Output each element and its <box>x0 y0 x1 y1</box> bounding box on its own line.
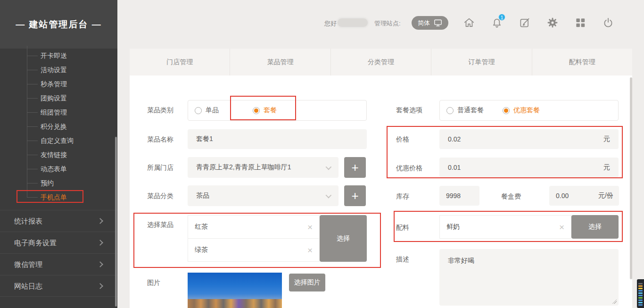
ingredient-label: 配料 <box>396 224 409 232</box>
box-fee-input[interactable]: 0.00 元/份 <box>549 186 619 206</box>
sidebar-item-activity-settings[interactable]: 活动设置 <box>0 63 117 77</box>
add-classify-button[interactable]: + <box>344 185 366 206</box>
tab-category-management[interactable]: 分类管理 <box>331 49 431 75</box>
close-icon[interactable]: × <box>307 246 313 255</box>
radio-icon[interactable] <box>503 107 510 114</box>
main-panel: 门店管理 菜品管理 分类管理 订单管理 配料管理 菜品类别 单品 套餐 菜品名称… <box>130 49 632 308</box>
chevron-down-icon <box>326 164 332 170</box>
photo-cityscape <box>188 299 282 308</box>
price-value: 0.02 <box>448 135 461 143</box>
grid-apps-icon[interactable] <box>574 17 586 29</box>
selected-dish-row: 红茶 × <box>188 215 320 239</box>
power-icon[interactable] <box>602 17 614 29</box>
dish-category-label: 菜品类别 <box>147 106 173 115</box>
photo-sky <box>188 273 282 299</box>
select-dishes-button[interactable]: 选择 <box>320 215 367 262</box>
price-label: 价格 <box>396 135 409 144</box>
description-textarea[interactable]: 非常好喝 <box>439 249 619 306</box>
sidebar-item-group-mgmt[interactable]: 组团管理 <box>0 105 117 119</box>
discount-price-input[interactable]: 0.01 元 <box>439 158 619 177</box>
radio-option-combo[interactable]: 套餐 <box>253 106 277 115</box>
discount-price-label: 优惠价格 <box>396 164 422 173</box>
select-image-button[interactable]: 选择图片 <box>289 274 325 291</box>
description-label: 描述 <box>396 255 409 264</box>
dish-category-radio-group: 单品 套餐 <box>188 100 367 121</box>
sidebar-scrollbar[interactable] <box>115 137 117 307</box>
sidebar: — 建站管理后台 — 开卡即送 活动设置 秒杀管理 团购设置 组团管理 积分兑换… <box>0 0 117 308</box>
tab-order-management[interactable]: 订单管理 <box>431 49 532 75</box>
price-unit: 元 <box>603 135 610 143</box>
site-label: 管理站点: <box>374 19 401 28</box>
content-scrollbar[interactable] <box>630 77 632 279</box>
greeting-text: 您好 <box>324 19 337 28</box>
sidebar-item-flash-sale[interactable]: 秒杀管理 <box>0 77 117 91</box>
chevron-down-icon <box>326 192 332 198</box>
chevron-right-icon <box>97 240 103 246</box>
home-icon[interactable] <box>463 17 475 29</box>
dish-photo <box>188 273 282 308</box>
tab-store-management[interactable]: 门店管理 <box>130 49 230 75</box>
store-select[interactable]: 青青原上草2,青青原上草咖啡厅1 <box>188 157 339 178</box>
radio-icon[interactable] <box>253 107 260 114</box>
sidebar-item-dynamic-form[interactable]: 动态表单 <box>0 162 117 176</box>
radio-icon[interactable] <box>195 107 202 114</box>
dish-classify-select[interactable]: 茶品 <box>188 185 339 206</box>
close-icon[interactable]: × <box>307 223 313 232</box>
tab-ingredient-management[interactable]: 配料管理 <box>532 49 632 75</box>
sidebar-section-ecommerce[interactable]: 电子商务设置 <box>0 232 117 253</box>
radio-option-normal-combo[interactable]: 普通套餐 <box>446 106 484 115</box>
sidebar-section-label: 网站日志 <box>14 282 42 290</box>
radio-option-discount-combo[interactable]: 优惠套餐 <box>503 106 540 115</box>
sidebar-submenu: 开卡即送 活动设置 秒杀管理 团购设置 组团管理 积分兑换 自定义查询 友情链接… <box>0 49 117 204</box>
sidebar-item-points-exchange[interactable]: 积分兑换 <box>0 119 117 133</box>
package-option-label: 套餐选项 <box>396 106 422 115</box>
discount-price-value: 0.01 <box>448 164 461 171</box>
tab-bar: 门店管理 菜品管理 分类管理 订单管理 配料管理 <box>130 49 632 75</box>
chevron-right-icon <box>97 218 103 224</box>
image-label: 图片 <box>147 279 160 287</box>
price-input[interactable]: 0.02 元 <box>439 129 619 149</box>
sidebar-section-site-log[interactable]: 网站日志 <box>0 275 117 297</box>
sidebar-item-group-buy[interactable]: 团购设置 <box>0 91 117 105</box>
stock-value: 9998 <box>446 192 461 200</box>
sidebar-sections: 统计报表 电子商务设置 微信管理 网站日志 <box>0 210 117 297</box>
ingredient-value: 鲜奶 <box>446 223 460 231</box>
sidebar-item-open-card-gift[interactable]: 开卡即送 <box>0 49 117 63</box>
description-value: 非常好喝 <box>448 257 474 264</box>
dish-classify-value: 茶品 <box>196 191 209 200</box>
notification-badge: 1 <box>498 14 505 21</box>
add-store-button[interactable]: + <box>344 157 366 178</box>
sidebar-item-reservation[interactable]: 预约 <box>0 176 117 190</box>
sidebar-item-friend-links[interactable]: 友情链接 <box>0 148 117 162</box>
radio-icon[interactable] <box>446 107 454 114</box>
sidebar-item-mobile-ordering[interactable]: 手机点单 <box>0 190 117 204</box>
sidebar-section-statistics[interactable]: 统计报表 <box>0 210 117 232</box>
edit-icon[interactable] <box>519 17 531 29</box>
ingredient-row: 鲜奶 × <box>439 215 571 239</box>
radio-label: 单品 <box>206 106 219 115</box>
package-option-radio-group: 普通套餐 优惠套餐 <box>439 100 619 121</box>
box-fee-value: 0.00 <box>556 192 569 200</box>
select-ingredient-button[interactable]: 选择 <box>571 215 619 239</box>
box-fee-unit: 元/份 <box>598 191 613 200</box>
sidebar-item-custom-query[interactable]: 自定义查询 <box>0 133 117 148</box>
capture-plugin-widget[interactable] <box>637 279 644 308</box>
dish-name-label: 菜品名称 <box>147 135 173 144</box>
radio-label: 普通套餐 <box>457 106 484 115</box>
close-icon[interactable]: × <box>559 223 564 232</box>
gear-icon[interactable] <box>546 17 559 29</box>
box-fee-label: 餐盒费 <box>501 192 521 201</box>
chevron-right-icon <box>97 283 103 289</box>
radio-label: 优惠套餐 <box>513 106 540 115</box>
radio-label: 套餐 <box>264 106 277 115</box>
monitor-icon <box>434 19 442 27</box>
admin-backend-page: — 建站管理后台 — 开卡即送 活动设置 秒杀管理 团购设置 组团管理 积分兑换… <box>0 0 644 308</box>
dish-name-input[interactable]: 套餐1 <box>188 129 367 149</box>
radio-option-single[interactable]: 单品 <box>195 106 219 115</box>
tab-dish-management[interactable]: 菜品管理 <box>230 49 330 75</box>
sidebar-section-wechat[interactable]: 微信管理 <box>0 253 117 275</box>
dish-item-green-tea: 绿茶 <box>195 246 208 254</box>
stock-input[interactable]: 9998 <box>439 186 479 206</box>
language-switch-button[interactable]: 简体 <box>412 16 448 30</box>
resize-handle-icon[interactable] <box>612 300 617 304</box>
